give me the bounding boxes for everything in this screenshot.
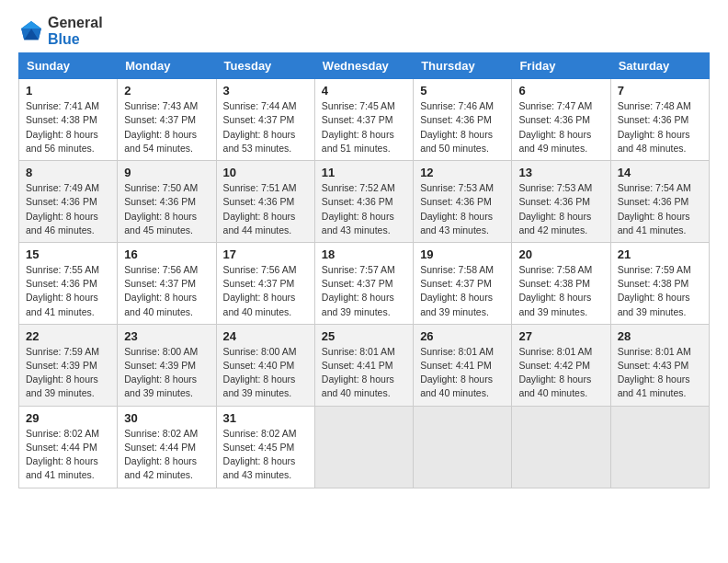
day-info: Sunrise: 7:58 AM Sunset: 4:38 PM Dayligh… — [518, 263, 603, 319]
calendar-cell: 24 Sunrise: 8:00 AM Sunset: 4:40 PM Dayl… — [216, 324, 314, 406]
day-number: 11 — [322, 166, 406, 179]
day-number: 20 — [518, 247, 603, 261]
calendar-cell: 25 Sunrise: 8:01 AM Sunset: 4:41 PM Dayl… — [314, 324, 413, 406]
calendar-cell: 10 Sunrise: 7:51 AM Sunset: 4:36 PM Dayl… — [216, 161, 314, 243]
logo: General Blue — [18, 15, 103, 47]
day-number: 1 — [26, 84, 110, 98]
calendar-cell: 19 Sunrise: 7:58 AM Sunset: 4:37 PM Dayl… — [414, 242, 512, 324]
calendar-cell — [314, 406, 413, 488]
day-info: Sunrise: 7:55 AM Sunset: 4:36 PM Dayligh… — [26, 263, 110, 319]
calendar-cell — [512, 406, 610, 488]
calendar-cell: 26 Sunrise: 8:01 AM Sunset: 4:41 PM Dayl… — [414, 324, 512, 406]
calendar-cell: 14 Sunrise: 7:54 AM Sunset: 4:36 PM Dayl… — [610, 161, 709, 243]
calendar-cell: 17 Sunrise: 7:56 AM Sunset: 4:37 PM Dayl… — [216, 242, 314, 324]
day-number: 10 — [223, 166, 308, 179]
calendar-cell: 9 Sunrise: 7:50 AM Sunset: 4:36 PM Dayli… — [118, 161, 216, 243]
day-info: Sunrise: 7:51 AM Sunset: 4:36 PM Dayligh… — [223, 181, 308, 237]
day-info: Sunrise: 7:58 AM Sunset: 4:37 PM Dayligh… — [420, 263, 505, 319]
day-number: 2 — [124, 84, 209, 98]
weekday-header-row: SundayMondayTuesdayWednesdayThursdayFrid… — [19, 53, 710, 79]
day-info: Sunrise: 8:01 AM Sunset: 4:41 PM Dayligh… — [322, 345, 406, 401]
logo-text: General Blue — [48, 15, 103, 47]
day-info: Sunrise: 7:45 AM Sunset: 4:37 PM Dayligh… — [322, 99, 406, 155]
week-row-1: 1 Sunrise: 7:41 AM Sunset: 4:38 PM Dayli… — [19, 79, 710, 161]
calendar-cell: 22 Sunrise: 7:59 AM Sunset: 4:39 PM Dayl… — [19, 324, 118, 406]
calendar-cell: 29 Sunrise: 8:02 AM Sunset: 4:44 PM Dayl… — [19, 406, 118, 488]
day-info: Sunrise: 7:53 AM Sunset: 4:36 PM Dayligh… — [518, 181, 603, 237]
calendar-cell: 13 Sunrise: 7:53 AM Sunset: 4:36 PM Dayl… — [512, 161, 610, 243]
day-info: Sunrise: 7:53 AM Sunset: 4:36 PM Dayligh… — [420, 181, 505, 237]
day-info: Sunrise: 8:01 AM Sunset: 4:42 PM Dayligh… — [518, 345, 603, 401]
day-info: Sunrise: 7:43 AM Sunset: 4:37 PM Dayligh… — [124, 99, 209, 155]
day-number: 13 — [518, 166, 603, 179]
day-number: 12 — [420, 166, 505, 179]
calendar-cell — [414, 406, 512, 488]
day-info: Sunrise: 8:02 AM Sunset: 4:44 PM Dayligh… — [124, 427, 209, 483]
day-number: 30 — [124, 411, 209, 425]
day-number: 5 — [420, 84, 505, 98]
weekday-header-saturday: Saturday — [610, 53, 709, 79]
day-info: Sunrise: 7:48 AM Sunset: 4:36 PM Dayligh… — [618, 99, 702, 155]
day-info: Sunrise: 7:59 AM Sunset: 4:38 PM Dayligh… — [618, 263, 702, 319]
calendar-cell: 15 Sunrise: 7:55 AM Sunset: 4:36 PM Dayl… — [19, 242, 118, 324]
calendar-cell: 2 Sunrise: 7:43 AM Sunset: 4:37 PM Dayli… — [118, 79, 216, 161]
day-info: Sunrise: 8:00 AM Sunset: 4:39 PM Dayligh… — [124, 345, 209, 401]
day-number: 22 — [26, 329, 110, 343]
day-info: Sunrise: 8:00 AM Sunset: 4:40 PM Dayligh… — [223, 345, 308, 401]
day-info: Sunrise: 7:54 AM Sunset: 4:36 PM Dayligh… — [618, 181, 702, 237]
day-number: 16 — [124, 247, 209, 261]
day-info: Sunrise: 7:50 AM Sunset: 4:36 PM Dayligh… — [124, 181, 209, 237]
day-info: Sunrise: 8:02 AM Sunset: 4:45 PM Dayligh… — [223, 427, 308, 483]
day-info: Sunrise: 7:47 AM Sunset: 4:36 PM Dayligh… — [518, 99, 603, 155]
day-number: 25 — [322, 329, 406, 343]
calendar-cell: 30 Sunrise: 8:02 AM Sunset: 4:44 PM Dayl… — [118, 406, 216, 488]
day-number: 24 — [223, 329, 308, 343]
day-info: Sunrise: 7:44 AM Sunset: 4:37 PM Dayligh… — [223, 99, 308, 155]
calendar-table: SundayMondayTuesdayWednesdayThursdayFrid… — [18, 52, 710, 488]
calendar-cell: 12 Sunrise: 7:53 AM Sunset: 4:36 PM Dayl… — [414, 161, 512, 243]
calendar-cell: 4 Sunrise: 7:45 AM Sunset: 4:37 PM Dayli… — [314, 79, 413, 161]
day-info: Sunrise: 7:52 AM Sunset: 4:36 PM Dayligh… — [322, 181, 406, 237]
weekday-header-sunday: Sunday — [19, 53, 118, 79]
day-info: Sunrise: 7:59 AM Sunset: 4:39 PM Dayligh… — [26, 345, 110, 401]
day-number: 14 — [618, 166, 702, 179]
calendar-cell: 20 Sunrise: 7:58 AM Sunset: 4:38 PM Dayl… — [512, 242, 610, 324]
day-info: Sunrise: 7:56 AM Sunset: 4:37 PM Dayligh… — [124, 263, 209, 319]
calendar-cell: 23 Sunrise: 8:00 AM Sunset: 4:39 PM Dayl… — [118, 324, 216, 406]
calendar-cell: 3 Sunrise: 7:44 AM Sunset: 4:37 PM Dayli… — [216, 79, 314, 161]
calendar-cell: 21 Sunrise: 7:59 AM Sunset: 4:38 PM Dayl… — [610, 242, 709, 324]
day-info: Sunrise: 8:02 AM Sunset: 4:44 PM Dayligh… — [26, 427, 110, 483]
day-number: 19 — [420, 247, 505, 261]
day-number: 21 — [618, 247, 702, 261]
calendar-cell: 11 Sunrise: 7:52 AM Sunset: 4:36 PM Dayl… — [314, 161, 413, 243]
day-number: 8 — [26, 166, 110, 179]
week-row-4: 22 Sunrise: 7:59 AM Sunset: 4:39 PM Dayl… — [19, 324, 710, 406]
header: General Blue — [18, 15, 710, 47]
day-info: Sunrise: 8:01 AM Sunset: 4:43 PM Dayligh… — [618, 345, 702, 401]
week-row-2: 8 Sunrise: 7:49 AM Sunset: 4:36 PM Dayli… — [19, 161, 710, 243]
calendar-cell: 27 Sunrise: 8:01 AM Sunset: 4:42 PM Dayl… — [512, 324, 610, 406]
week-row-5: 29 Sunrise: 8:02 AM Sunset: 4:44 PM Dayl… — [19, 406, 710, 488]
day-number: 4 — [322, 84, 406, 98]
day-number: 15 — [26, 247, 110, 261]
day-number: 27 — [518, 329, 603, 343]
day-number: 23 — [124, 329, 209, 343]
calendar-cell — [610, 406, 709, 488]
logo-icon — [18, 18, 44, 44]
weekday-header-thursday: Thursday — [414, 53, 512, 79]
calendar-cell: 18 Sunrise: 7:57 AM Sunset: 4:37 PM Dayl… — [314, 242, 413, 324]
week-row-3: 15 Sunrise: 7:55 AM Sunset: 4:36 PM Dayl… — [19, 242, 710, 324]
day-number: 28 — [618, 329, 702, 343]
day-number: 29 — [26, 411, 110, 425]
day-number: 9 — [124, 166, 209, 179]
weekday-header-wednesday: Wednesday — [314, 53, 413, 79]
calendar-cell: 28 Sunrise: 8:01 AM Sunset: 4:43 PM Dayl… — [610, 324, 709, 406]
day-number: 31 — [223, 411, 308, 425]
calendar-cell: 7 Sunrise: 7:48 AM Sunset: 4:36 PM Dayli… — [610, 79, 709, 161]
calendar-cell: 16 Sunrise: 7:56 AM Sunset: 4:37 PM Dayl… — [118, 242, 216, 324]
day-number: 26 — [420, 329, 505, 343]
day-number: 17 — [223, 247, 308, 261]
weekday-header-tuesday: Tuesday — [216, 53, 314, 79]
day-number: 7 — [618, 84, 702, 98]
day-info: Sunrise: 7:57 AM Sunset: 4:37 PM Dayligh… — [322, 263, 406, 319]
